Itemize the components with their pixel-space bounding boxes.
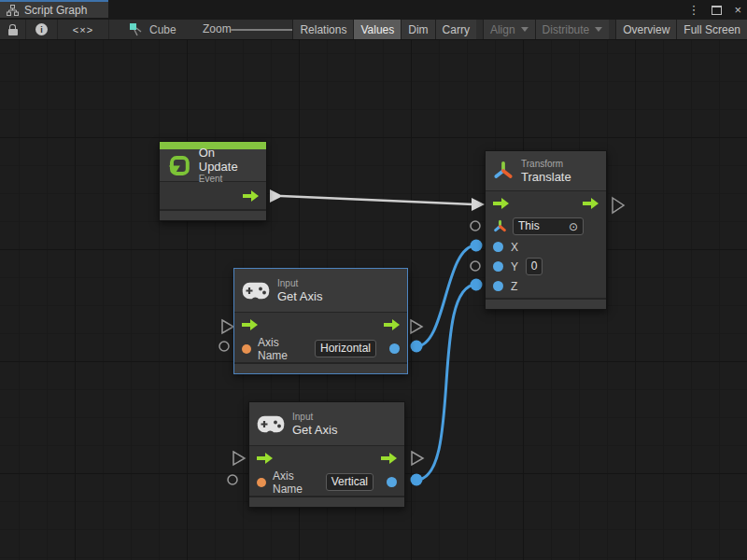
value-out-port[interactable]: [387, 477, 397, 487]
self-target-field[interactable]: This ⊙: [513, 217, 584, 235]
tab-bar: Script Graph ⋮ ×: [0, 0, 747, 20]
node-get-axis-horizontal[interactable]: Input Get Axis Axis Name Horizontal: [233, 268, 408, 374]
info-button[interactable]: i: [26, 20, 58, 39]
full-screen-button[interactable]: Full Screen: [676, 20, 747, 39]
node-category: Input: [292, 412, 337, 423]
string-in-port[interactable]: [257, 478, 266, 487]
align-dropdown[interactable]: Align: [483, 20, 535, 39]
axis-name-field[interactable]: Vertical: [326, 473, 374, 491]
maximize-icon[interactable]: [712, 6, 722, 15]
graph-target-breadcrumb[interactable]: Cube: [129, 20, 176, 39]
gamepad-icon: [257, 415, 285, 433]
dim-button[interactable]: Dim: [401, 20, 434, 39]
node-ports: [160, 182, 266, 209]
node-footer: [160, 211, 266, 220]
node-header[interactable]: Input Get Axis: [234, 269, 407, 312]
graph-hierarchy-icon: [7, 5, 19, 16]
tab-title: Script Graph: [24, 4, 87, 17]
node-translate[interactable]: Transform Translate This ⊙: [485, 150, 607, 310]
values-button[interactable]: Values: [353, 20, 401, 39]
node-on-update[interactable]: On Update Event: [159, 141, 267, 221]
node-footer: [234, 364, 407, 373]
value-in-port-x[interactable]: [493, 242, 503, 252]
string-in-port[interactable]: [242, 344, 251, 354]
toolbar-button-group: Relations Values Dim Carry Align Distrib…: [292, 20, 747, 39]
distribute-dropdown[interactable]: Distribute: [535, 20, 610, 39]
flow-in-port[interactable]: [493, 198, 509, 209]
value-in-port-y[interactable]: [493, 261, 503, 272]
window-controls: ⋮ ×: [687, 0, 741, 20]
port-label-z: Z: [511, 280, 517, 293]
loop-event-icon: [167, 153, 191, 177]
node-title: Get Axis: [277, 289, 322, 303]
window-menu-icon[interactable]: ⋮: [687, 0, 699, 20]
tab-script-graph[interactable]: Script Graph: [0, 0, 108, 18]
node-category: Transform: [521, 159, 571, 170]
gamepad-icon: [242, 282, 270, 300]
transform-icon: [493, 219, 507, 233]
node-title: Get Axis: [292, 423, 337, 437]
value-in-port-z[interactable]: [493, 281, 503, 291]
script-graph-window: Script Graph ⋮ × i <×> Cube Zoom 1x: [0, 0, 747, 560]
node-ports: Axis Name Vertical: [249, 446, 404, 496]
port-label-x: X: [511, 241, 518, 254]
flow-out-port[interactable]: [381, 453, 397, 464]
object-picker-icon[interactable]: ⊙: [569, 221, 578, 232]
node-title: Translate: [521, 170, 571, 184]
graph-asset-icon: [129, 22, 144, 37]
node-header[interactable]: On Update Event: [160, 149, 266, 181]
node-get-axis-vertical[interactable]: Input Get Axis Axis Name Vertical: [248, 401, 405, 508]
carry-button[interactable]: Carry: [435, 20, 476, 39]
axis-name-field[interactable]: Horizontal: [315, 340, 376, 357]
info-icon: i: [35, 23, 48, 35]
lock-button[interactable]: [0, 20, 26, 39]
close-icon[interactable]: ×: [734, 0, 741, 20]
flow-out-port[interactable]: [583, 198, 599, 209]
node-footer: [486, 300, 606, 309]
node-category: Input: [277, 278, 322, 289]
node-header[interactable]: Transform Translate: [486, 151, 606, 190]
flow-in-port[interactable]: [257, 453, 273, 464]
graph-toolbar: i <×> Cube Zoom 1x Relations Values Dim …: [0, 20, 747, 40]
code-icon: <×>: [73, 24, 93, 35]
source-code-button[interactable]: <×>: [58, 20, 109, 39]
port-label-y: Y: [511, 260, 518, 273]
value-out-port[interactable]: [389, 343, 400, 354]
chevron-down-icon: [595, 27, 602, 32]
zoom-label: Zoom: [203, 20, 232, 39]
node-ports: This ⊙ X Y 0 Z: [486, 191, 606, 298]
port-label-axis-name: Axis Name: [258, 336, 308, 362]
chevron-down-icon: [521, 27, 529, 32]
y-value-field[interactable]: 0: [526, 258, 543, 275]
lock-icon: [8, 29, 18, 35]
node-footer: [249, 497, 404, 507]
flow-out-port[interactable]: [243, 190, 259, 202]
relations-button[interactable]: Relations: [292, 20, 353, 39]
overview-button[interactable]: Overview: [615, 20, 676, 39]
node-header[interactable]: Input Get Axis: [249, 402, 404, 445]
graph-target-label: Cube: [149, 23, 176, 36]
node-title: On Update: [199, 146, 257, 174]
flow-out-port[interactable]: [384, 319, 400, 330]
node-ports: Axis Name Horizontal: [234, 313, 407, 362]
port-label-axis-name: Axis Name: [273, 469, 319, 496]
flow-in-port[interactable]: [242, 319, 258, 330]
transform-icon: [493, 161, 514, 181]
